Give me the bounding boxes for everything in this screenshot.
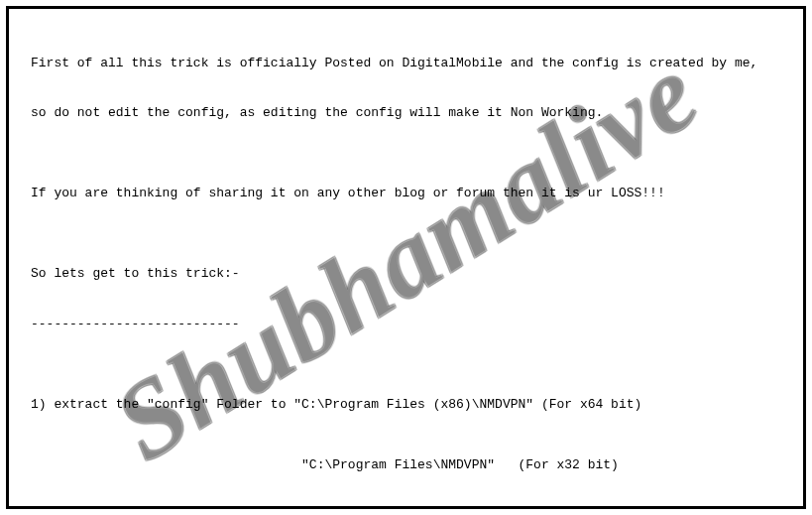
dashed-divider: --------------------------- (31, 317, 781, 332)
share-warning: If you are thinking of sharing it on any… (31, 186, 781, 201)
intro-line-1: First of all this trick is officially Po… (31, 56, 781, 71)
document-frame: Shubhamalive First of all this trick is … (6, 6, 806, 509)
document-body: First of all this trick is officially Po… (31, 23, 781, 509)
step-1: 1) extract the "config" Folder to "C:\Pr… (31, 397, 781, 413)
intro-line-2: so do not edit the config, as editing th… (31, 105, 781, 121)
step-1b: "C:\Program Files\NMDVPN" (For x32 bit) (31, 457, 781, 473)
lets-get-heading: So lets get to this trick:- (31, 266, 781, 282)
